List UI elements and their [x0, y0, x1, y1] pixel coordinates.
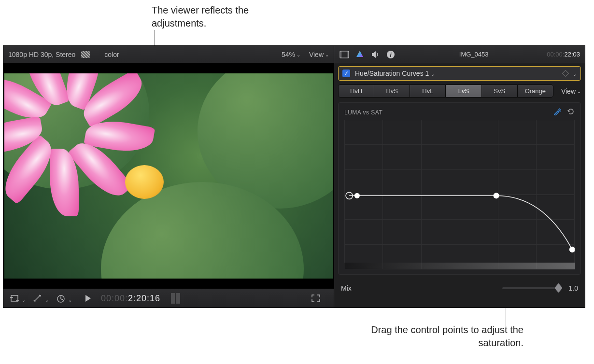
- curve-view-dropdown[interactable]: View ⌄: [561, 87, 581, 95]
- clip-name: IMG_0453: [401, 51, 547, 58]
- retime-tool-icon[interactable]: [55, 294, 67, 303]
- viewer-canvas[interactable]: [3, 63, 334, 288]
- curve-type-tabs: HvH HvS HvL LvS SvS Orange View ⌄: [338, 84, 581, 98]
- clip-tc-value: 22:03: [564, 51, 580, 58]
- fullscreen-button[interactable]: [310, 294, 322, 303]
- view-dropdown[interactable]: View ⌄: [309, 51, 329, 58]
- viewer-image: [4, 73, 333, 279]
- callout-curve-text: Drag the control points to adjust the sa…: [371, 324, 523, 348]
- reset-button[interactable]: [567, 108, 575, 117]
- chevron-down-icon: ⌄: [297, 52, 300, 57]
- chevron-down-icon: ⌄: [577, 89, 581, 94]
- effect-name: Hue/Saturation Curves 1: [355, 70, 429, 77]
- chevron-down-icon: ⌄: [68, 297, 72, 303]
- svg-rect-4: [340, 51, 342, 58]
- mix-label: Mix: [341, 284, 352, 292]
- keyframe-button[interactable]: [562, 70, 569, 77]
- viewer-pane: 1080p HD 30p, Stereo color 54% ⌄ View ⌄: [3, 46, 334, 308]
- video-inspector-tab[interactable]: [339, 50, 350, 59]
- svg-rect-5: [347, 51, 349, 58]
- viewer-footer: ⌄ ⌄ ⌄ 00:00:2:20:16: [3, 288, 334, 308]
- callout-curve: Drag the control points to adjust the sa…: [369, 323, 523, 350]
- svg-point-10: [494, 193, 499, 198]
- play-button[interactable]: [82, 294, 94, 303]
- curve-title: LUMA vs SAT: [344, 109, 382, 116]
- tc-value: 2:20:16: [128, 294, 160, 303]
- mix-slider-thumb[interactable]: [554, 283, 562, 293]
- clip-tc-prefix: 00:00:: [547, 51, 564, 58]
- svg-text:i: i: [390, 51, 392, 58]
- view-label: View: [309, 51, 324, 58]
- tab-hvl[interactable]: HvL: [410, 85, 446, 97]
- effect-header[interactable]: Hue/Saturation Curves 1 ⌄ ⌄: [338, 66, 581, 81]
- callout-viewer-text: The viewer reflects the adjustments.: [152, 5, 249, 28]
- tab-hvs[interactable]: HvS: [374, 85, 410, 97]
- tab-hvh[interactable]: HvH: [339, 85, 374, 97]
- curve-path[interactable]: [344, 120, 575, 272]
- svg-point-11: [569, 247, 575, 252]
- zoom-value: 54%: [282, 51, 295, 58]
- mix-value[interactable]: 1.0: [569, 284, 578, 292]
- curve-editor[interactable]: [344, 120, 575, 269]
- curve-view-label: View: [561, 87, 576, 95]
- tab-svs[interactable]: SvS: [482, 85, 518, 97]
- clapper-icon[interactable]: [81, 51, 90, 58]
- mix-slider[interactable]: [502, 287, 560, 289]
- info-inspector-tab[interactable]: i: [385, 50, 396, 59]
- inspector-pane: i IMG_0453 00:00:22:03 Hue/Saturation Cu…: [334, 46, 585, 308]
- app-window: 1080p HD 30p, Stereo color 54% ⌄ View ⌄: [3, 45, 585, 308]
- chevron-down-icon: ⌄: [22, 297, 26, 303]
- tab-lvs[interactable]: LvS: [446, 85, 481, 97]
- viewer-header: 1080p HD 30p, Stereo color 54% ⌄ View ⌄: [3, 46, 334, 63]
- svg-point-1: [40, 295, 41, 296]
- chevron-down-icon[interactable]: ⌄: [573, 71, 577, 77]
- chevron-down-icon: ⌄: [431, 71, 435, 77]
- effect-enable-checkbox[interactable]: [342, 70, 350, 77]
- audio-inspector-tab[interactable]: [370, 50, 381, 59]
- chevron-down-icon: ⌄: [325, 52, 329, 57]
- viewer-format: 1080p HD 30p, Stereo: [8, 51, 75, 58]
- audio-meter-icon: [171, 293, 180, 304]
- inspector-tab-bar: i IMG_0453 00:00:22:03: [334, 46, 585, 63]
- tc-prefix: 00:00:: [101, 294, 128, 303]
- chevron-down-icon: ⌄: [45, 297, 49, 303]
- eyedropper-button[interactable]: [553, 108, 561, 117]
- tab-orange[interactable]: Orange: [518, 85, 553, 97]
- clip-duration: 00:00:22:03: [547, 51, 580, 58]
- color-inspector-tab[interactable]: [354, 50, 365, 59]
- curve-panel: LUMA vs SAT: [338, 102, 581, 275]
- mix-row: Mix 1.0: [338, 280, 581, 296]
- timecode-display[interactable]: 00:00:2:20:16: [101, 293, 160, 304]
- crop-tool-icon[interactable]: [8, 294, 21, 303]
- viewer-mode: color: [104, 51, 119, 58]
- enhance-tool-icon[interactable]: [31, 294, 44, 303]
- svg-point-9: [354, 193, 360, 198]
- callout-viewer: The viewer reflects the adjustments.: [152, 4, 297, 30]
- zoom-dropdown[interactable]: 54% ⌄: [282, 51, 300, 58]
